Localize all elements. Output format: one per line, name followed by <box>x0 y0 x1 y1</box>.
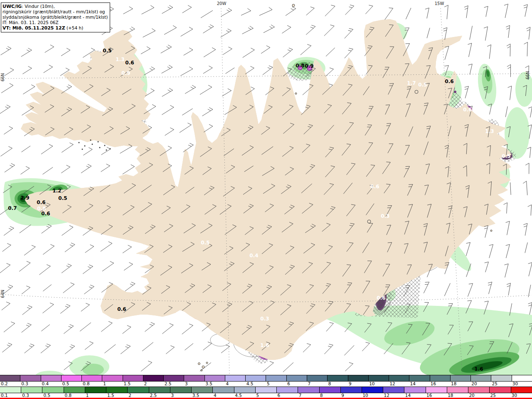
precip-value-label: 0.6 <box>445 79 453 84</box>
colorbar-rain-labels: 0.10.30.50.811.522.533.544.5567891012141… <box>0 393 532 398</box>
precip-value-label: 0.5 <box>103 48 111 54</box>
colorbar-tick-label: 0.8 <box>65 393 72 398</box>
precip-value-label: 0.9 <box>121 70 130 76</box>
colorbar-segment <box>204 375 225 381</box>
colorbar-tick-label: 18 <box>451 381 456 386</box>
colorbar-tick-label: 3.5 <box>205 381 212 386</box>
precip-value-label: 0.8 <box>296 63 304 69</box>
info-line-title: UWC/IG: Vindur (10m), <box>2 4 108 9</box>
colorbar-tick-label: 25 <box>490 393 496 398</box>
colorbar-tick-label: 9 <box>341 393 344 398</box>
colorbar-segment <box>123 375 143 381</box>
colorbar-tick-label: 4 <box>214 393 217 398</box>
colorbar-segment <box>0 375 20 381</box>
colorbar-tick-label: 4.5 <box>235 393 242 398</box>
colorbar-tick-label: 30 <box>512 393 517 398</box>
colorbar-segment <box>468 387 489 393</box>
precip-value-label: 0.6 <box>41 211 50 217</box>
colorbar-sleet-snow-labels: 0.20.30.40.50.811.522.533.544.5567891012… <box>0 382 532 387</box>
colorbar-tick-label: 0.5 <box>62 381 69 386</box>
precip-value-label: 0.4 <box>249 253 258 259</box>
precip-value-label: 1.6 <box>474 366 483 372</box>
colorbar-segment <box>0 387 21 393</box>
colorbar-tick-label: 12 <box>384 393 389 398</box>
precip-value-label: 2.9 <box>20 195 29 201</box>
precip-value-label: 0.6 <box>463 107 472 113</box>
colorbar-segment <box>255 387 276 393</box>
colorbar-tick-label: 3 <box>171 393 174 398</box>
colorbar-segment <box>64 387 85 393</box>
colorbar-tick-label: 5 <box>267 381 270 386</box>
colorbar-segment <box>276 387 298 393</box>
colorbar-segment <box>389 375 409 381</box>
colorbar-segment <box>21 387 42 393</box>
colorbar-tick-label: 3.5 <box>192 393 200 398</box>
colorbar-tick-label: 1.5 <box>107 393 114 398</box>
colorbar-tick-label: 1.5 <box>123 381 131 386</box>
colorbar-tick-label: 16 <box>426 393 432 398</box>
colorbar-tick-label: 5 <box>256 393 259 398</box>
precip-value-label: 0.7 <box>8 205 17 211</box>
graticule-label: 66N <box>525 71 530 79</box>
colorbar-tick-label: 0.2 <box>1 381 8 386</box>
colorbar-segment <box>512 375 532 381</box>
colorbar-tick-label: 8 <box>320 393 323 398</box>
precip-value-label: 0.3 <box>381 213 389 219</box>
colorbar-tick-label: 30 <box>512 381 518 386</box>
colorbar-segment <box>127 387 148 393</box>
colorbar-segment <box>327 375 347 381</box>
colorbar-tick-label: 0.1 <box>1 393 8 398</box>
colorbar-tick-label: 2.5 <box>150 393 157 398</box>
colorbar-tick-label: 3 <box>185 381 188 386</box>
colorbar-rain-scale <box>0 387 532 393</box>
colorbar-segment <box>491 375 511 381</box>
colorbar-tick-label: 2.5 <box>165 381 172 386</box>
colorbar-segment <box>149 387 170 393</box>
colorbar-segment <box>184 375 204 381</box>
colorbar-segment <box>106 387 127 393</box>
info-line-valid-time: VT: Mið. 05.11.2025 12Z (+54 h) <box>2 25 108 31</box>
colorbar-tick-label: 14 <box>410 381 416 386</box>
precip-value-label: 0.5 <box>58 195 67 201</box>
colorbar-segment <box>362 387 383 393</box>
colorbar-sleet-snow-scale <box>0 375 532 382</box>
colorbar-tick-label: 16 <box>431 381 436 386</box>
colorbar-tick-label: 2 <box>144 381 147 386</box>
precip-value-label: 0.6 <box>125 60 134 66</box>
colorbar-tick-label: 6 <box>287 381 290 386</box>
precip-value-label: 0.6 <box>117 306 126 312</box>
colorbar-segment <box>143 375 163 381</box>
precip-value-label: 0.6 <box>370 184 379 190</box>
precip-value-label: 0.5 <box>201 240 209 246</box>
colorbar-segment <box>426 387 447 393</box>
colorbar-segment <box>212 387 234 393</box>
colorbar-segment <box>170 387 191 393</box>
colorbar-segment <box>286 375 307 381</box>
info-line-init-time: IT: Mán. 03. 11. 2025 06Z <box>2 20 108 25</box>
colorbar-segment <box>404 387 425 393</box>
colorbar-tick-label: 20 <box>471 381 477 386</box>
colorbar-segment <box>245 375 266 381</box>
precip-value-label: 0.6 <box>377 295 385 301</box>
graticule-label: 66N <box>0 73 5 81</box>
colorbar-segment <box>225 375 245 381</box>
colorbar-segment <box>489 387 510 393</box>
colorbar-segment <box>85 387 106 393</box>
colorbar-segment <box>511 387 532 393</box>
colorbar-segment <box>61 375 81 381</box>
colorbar-segment <box>102 375 122 381</box>
colorbar-segment <box>447 387 468 393</box>
precip-value-label: 1.2 <box>52 188 61 194</box>
colorbar-tick-label: 6 <box>278 393 281 398</box>
colorbar-segment <box>163 375 184 381</box>
colorbar-tick-label: 4.5 <box>246 381 254 386</box>
colorbar-tick-label: 4 <box>226 381 229 386</box>
precip-value-label: 1.6 <box>260 342 269 348</box>
colorbar-tick-label: 10 <box>369 381 374 386</box>
colorbar-tick-label: 0.5 <box>43 393 50 398</box>
colorbar-segment <box>348 375 368 381</box>
colorbar-segment <box>409 375 429 381</box>
colorbar-segment <box>319 387 340 393</box>
colorbar-tick-label: 8 <box>328 381 331 386</box>
colorbar-segment <box>450 375 470 381</box>
